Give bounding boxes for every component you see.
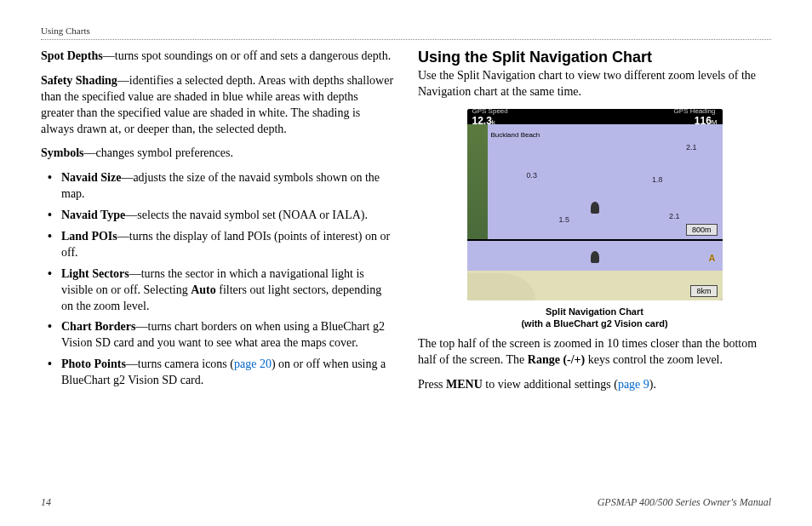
light-sectors-term: Light Sectors — [61, 267, 129, 280]
upper-chart-pane: Buckland Beach 0.3 2.1 1.8 1.5 2.1 800m — [467, 124, 723, 239]
figure-caption: Split Navigation Chart (with a BlueChart… — [521, 306, 667, 330]
marker-a: A — [709, 253, 716, 263]
list-item: Navaid Type—selects the navaid symbol se… — [53, 208, 394, 224]
spot-depths-body: —turns spot soundings on or off and sets… — [103, 49, 391, 62]
left-column: Spot Depths—turns spot soundings on or o… — [41, 49, 394, 402]
depth-value: 1.5 — [559, 215, 570, 224]
navaid-type-body: —selects the navaid symbol set (NOAA or … — [125, 209, 368, 221]
spot-depths-term: Spot Depths — [41, 49, 103, 62]
photo-points-pre: —turns camera icons ( — [126, 357, 234, 370]
symbols-bullet-list: Navaid Size—adjusts the size of the nava… — [41, 170, 394, 389]
light-sectors-auto: Auto — [191, 283, 216, 296]
navaid-size-term: Navaid Size — [61, 171, 121, 184]
page-number: 14 — [41, 496, 51, 509]
lower-land — [467, 273, 535, 300]
upper-scale: 800m — [686, 224, 718, 236]
safety-shading-term: Safety Shading — [41, 74, 117, 87]
lower-scale: 8km — [690, 285, 717, 297]
chart-borders-term: Chart Borders — [61, 320, 136, 333]
menu-pre: Press — [418, 378, 446, 391]
menu-mid: to view additional settings ( — [483, 378, 618, 391]
land-pois-term: Land POIs — [61, 230, 117, 243]
land-label: Buckland Beach — [491, 131, 540, 139]
menu-bold: MENU — [446, 378, 483, 391]
list-item: Photo Points—turns camera icons (page 20… — [53, 357, 394, 389]
boat-icon — [591, 202, 599, 214]
header-rule — [41, 39, 771, 40]
content-columns: Spot Depths—turns spot soundings on or o… — [41, 49, 771, 402]
navaid-type-term: Navaid Type — [61, 209, 125, 221]
list-item: Light Sectors—turns the sector in which … — [53, 266, 394, 315]
boat-icon — [591, 251, 599, 263]
page-footer: 14 GPSMAP 400/500 Series Owner's Manual — [41, 496, 771, 509]
device-status-bar: GPS Speed 12.3k GPS Heading 116M — [467, 109, 723, 124]
symbols-body: —changes symbol preferences. — [84, 146, 233, 159]
list-item: Navaid Size—adjusts the size of the nava… — [53, 170, 394, 203]
split-nav-heading: Using the Split Navigation Chart — [418, 49, 771, 66]
depth-value: 1.8 — [652, 175, 663, 184]
zoom-explain-para: The top half of the screen is zoomed in … — [418, 336, 771, 369]
depth-value: 0.3 — [527, 171, 538, 180]
gps-heading-label: GPS Heading — [674, 109, 716, 115]
depth-value: 2.1 — [686, 143, 697, 152]
manual-title: GPSMAP 400/500 Series Owner's Manual — [598, 496, 771, 509]
device-screenshot: GPS Speed 12.3k GPS Heading 116M Bucklan… — [467, 109, 723, 300]
safety-shading-para: Safety Shading—identifies a selected dep… — [41, 73, 394, 138]
page-9-link[interactable]: page 9 — [618, 378, 649, 391]
gps-speed-label: GPS Speed — [472, 109, 508, 115]
zoom-post: keys control the zoom level. — [585, 353, 723, 366]
figure-wrapper: GPS Speed 12.3k GPS Heading 116M Bucklan… — [418, 109, 771, 330]
caption-line-2: (with a BlueChart g2 Vision card) — [521, 318, 667, 329]
spot-depths-para: Spot Depths—turns spot soundings on or o… — [41, 49, 394, 65]
list-item: Land POIs—turns the display of land POIs… — [53, 229, 394, 261]
symbols-para: Symbols—changes symbol preferences. — [41, 146, 394, 162]
symbols-term: Symbols — [41, 146, 84, 159]
menu-post: ). — [649, 378, 656, 391]
lower-chart-pane: A 8km — [467, 239, 723, 300]
depth-value: 2.1 — [669, 212, 680, 220]
range-keys-bold: Range (-/+) — [528, 353, 585, 366]
menu-para: Press MENU to view additional settings (… — [418, 377, 771, 393]
list-item: Chart Borders—turns chart borders on whe… — [53, 319, 394, 352]
split-nav-intro: Use the Split Navigation chart to view t… — [418, 68, 771, 100]
page-20-link[interactable]: page 20 — [234, 357, 272, 370]
caption-line-1: Split Navigation Chart — [546, 306, 643, 317]
right-column: Using the Split Navigation Chart Use the… — [418, 49, 771, 402]
section-header: Using Charts — [41, 26, 771, 36]
photo-points-term: Photo Points — [61, 357, 126, 370]
land-strip — [467, 124, 488, 239]
